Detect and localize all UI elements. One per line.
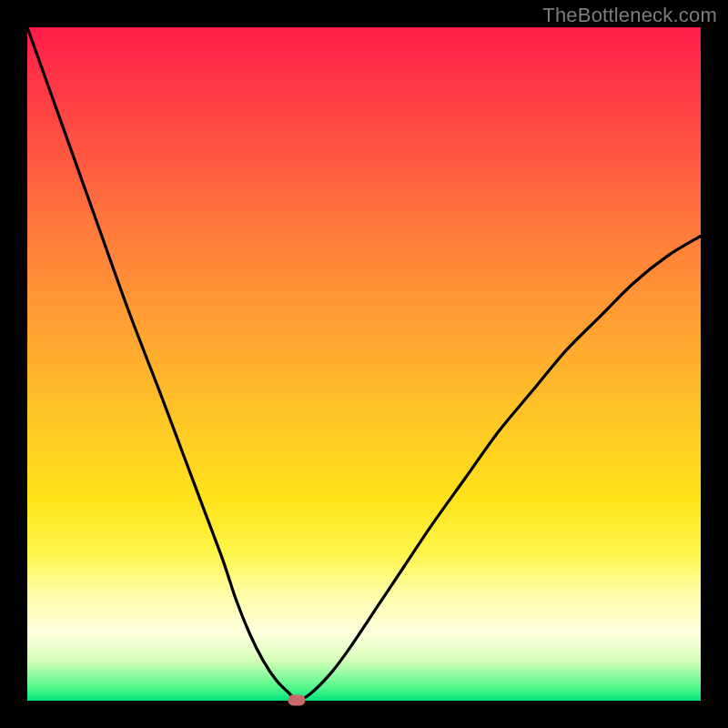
bottleneck-curve xyxy=(27,27,701,701)
chart-frame: TheBottleneck.com xyxy=(0,0,728,728)
plot-area xyxy=(27,27,701,701)
watermark-text: TheBottleneck.com xyxy=(542,4,717,27)
curve-layer xyxy=(27,27,701,701)
optimum-marker xyxy=(288,695,305,705)
